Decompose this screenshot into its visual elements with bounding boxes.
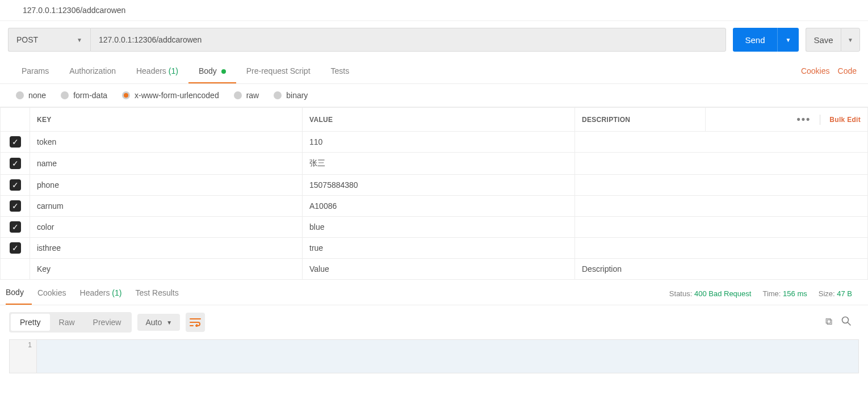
tab-authorization[interactable]: Authorization (59, 58, 126, 83)
cell-key[interactable]: color (30, 217, 303, 238)
cell-key[interactable]: name (30, 153, 303, 175)
radio-icon (274, 91, 282, 99)
col-key-header: KEY (30, 108, 303, 132)
resp-tab-tests[interactable]: Test Results (135, 288, 186, 304)
resp-tab-headers[interactable]: Headers (1) (80, 288, 130, 304)
params-table: KEY VALUE DESCRIPTION ••• Bulk Edit ✓tok… (0, 107, 868, 280)
radio-icon (61, 91, 69, 99)
resp-tab-body[interactable]: Body (6, 288, 32, 305)
view-preview[interactable]: Preview (84, 314, 131, 331)
resp-tab-cookies[interactable]: Cookies (37, 288, 74, 304)
key-input[interactable]: Key (30, 259, 303, 280)
radio-urlencoded[interactable]: x-www-form-urlencoded (122, 91, 219, 100)
lang-select[interactable]: Auto ▼ (137, 314, 180, 331)
time-label: Time: (762, 289, 781, 298)
request-tabs: Params Authorization Headers (1) Body Pr… (0, 58, 868, 84)
more-icon[interactable]: ••• (796, 113, 811, 125)
send-dropdown-button[interactable]: ▼ (777, 28, 799, 52)
checkbox-checked-icon[interactable]: ✓ (10, 221, 21, 233)
table-row: ✓phone15075884380 (1, 175, 868, 196)
wrap-lines-icon (190, 318, 201, 327)
value-input[interactable]: Value (303, 259, 575, 280)
svg-line-1 (848, 323, 851, 326)
cell-desc[interactable] (575, 132, 868, 153)
code-link[interactable]: Code (838, 66, 857, 75)
copy-icon[interactable]: ⧉ (825, 316, 832, 329)
request-bar: POST ▼ Send ▼ Save ▼ (0, 21, 868, 58)
table-row: ✓colorblue (1, 217, 868, 238)
response-editor[interactable]: 1 (9, 339, 859, 373)
radio-selected-icon (122, 91, 130, 99)
cell-key[interactable]: isthree (30, 238, 303, 259)
table-row: ✓isthreetrue (1, 238, 868, 259)
wrap-toggle[interactable] (186, 313, 205, 332)
tab-headers[interactable]: Headers (1) (126, 58, 188, 83)
tab-params[interactable]: Params (11, 58, 59, 83)
view-mode-group: Pretty Raw Preview (9, 312, 132, 333)
separator (820, 115, 820, 125)
cell-desc[interactable] (575, 153, 868, 175)
view-raw[interactable]: Raw (50, 314, 84, 331)
method-label: POST (16, 35, 38, 44)
cell-key[interactable]: phone (30, 175, 303, 196)
radio-icon (16, 91, 24, 99)
cell-desc[interactable] (575, 175, 868, 196)
chevron-down-icon: ▼ (77, 37, 82, 43)
save-dropdown-button[interactable]: ▼ (841, 28, 860, 52)
method-select[interactable]: POST ▼ (8, 28, 90, 52)
line-gutter: 1 (10, 340, 37, 373)
tab-body-label: Body (199, 66, 217, 75)
tab-headers-count: (1) (169, 66, 178, 75)
resp-tab-headers-label: Headers (80, 288, 110, 297)
send-button[interactable]: Send (733, 28, 777, 52)
table-row: ✓token110 (1, 132, 868, 153)
cell-value[interactable]: blue (303, 217, 575, 238)
view-pretty[interactable]: Pretty (11, 314, 50, 331)
size-value: 47 B (837, 289, 852, 298)
checkbox-checked-icon[interactable]: ✓ (10, 242, 21, 254)
tab-body[interactable]: Body (188, 58, 236, 83)
cell-value[interactable]: 110 (303, 132, 575, 153)
col-check (1, 108, 30, 132)
radio-icon (234, 91, 242, 99)
search-icon[interactable] (841, 316, 851, 329)
table-row: ✓name张三 (1, 153, 868, 175)
radio-binary[interactable]: binary (274, 91, 308, 100)
checkbox-checked-icon[interactable]: ✓ (10, 179, 21, 191)
cell-value[interactable]: A10086 (303, 196, 575, 217)
size-label: Size: (819, 289, 835, 298)
resp-tab-headers-count: (1) (112, 288, 121, 297)
save-button[interactable]: Save (806, 28, 841, 52)
col-desc-header: DESCRIPTION (575, 108, 706, 132)
cell-desc[interactable] (575, 217, 868, 238)
tab-tests[interactable]: Tests (321, 58, 360, 83)
checkbox-checked-icon[interactable]: ✓ (10, 158, 21, 169)
url-input[interactable] (90, 28, 726, 52)
status-label: Status: (669, 289, 692, 298)
cell-desc[interactable] (575, 196, 868, 217)
response-tabs: Body Cookies Headers (1) Test Results St… (0, 280, 868, 305)
cell-value[interactable]: true (303, 238, 575, 259)
checkbox-checked-icon[interactable]: ✓ (10, 200, 21, 212)
body-type-row: none form-data x-www-form-urlencoded raw… (0, 84, 868, 107)
cell-key[interactable]: token (30, 132, 303, 153)
cookies-link[interactable]: Cookies (801, 66, 830, 75)
response-status-bar: Status: 400 Bad Request Time: 156 ms Siz… (669, 289, 862, 304)
radio-formdata[interactable]: form-data (61, 91, 107, 100)
radio-none[interactable]: none (16, 91, 46, 100)
cell-value[interactable]: 张三 (303, 153, 575, 175)
desc-input[interactable]: Description (575, 259, 868, 280)
col-actions: ••• Bulk Edit (705, 108, 867, 132)
tab-prerequest[interactable]: Pre-request Script (236, 58, 321, 83)
cell-desc[interactable] (575, 238, 868, 259)
lang-label: Auto (145, 318, 162, 327)
cell-value[interactable]: 15075884380 (303, 175, 575, 196)
col-value-header: VALUE (303, 108, 575, 132)
radio-raw[interactable]: raw (234, 91, 259, 100)
editor-body[interactable] (37, 340, 858, 373)
table-row: ✓carnumA10086 (1, 196, 868, 217)
checkbox-checked-icon[interactable]: ✓ (10, 136, 21, 148)
bulk-edit-link[interactable]: Bulk Edit (829, 116, 861, 124)
cell-key[interactable]: carnum (30, 196, 303, 217)
table-row-new: KeyValueDescription (1, 259, 868, 280)
